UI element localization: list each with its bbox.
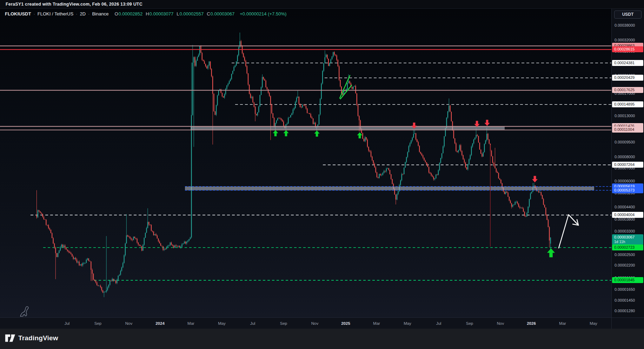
time-label: 2026 <box>527 318 536 329</box>
price-tick: 0.00002200 <box>615 263 635 268</box>
tradingview-logo-icon <box>5 334 15 343</box>
status-bar: FeraSY1 created with TradingView.com, Fe… <box>0 0 644 9</box>
price-tick: 0.00002500 <box>615 253 635 257</box>
supply-zone-011 <box>191 126 505 130</box>
demand-zone-0054 <box>185 187 594 190</box>
level-lines-solid <box>0 46 611 190</box>
chart-canvas[interactable] <box>0 9 611 317</box>
price-level-badge: 0.00024381 <box>612 60 643 66</box>
interval-label: 2D <box>80 11 86 16</box>
time-label: Sep <box>466 318 473 329</box>
price-level-badge: 0.00011004 <box>612 127 643 133</box>
brand-name: TradingView <box>18 334 58 342</box>
buy-signal-arrow <box>273 130 278 136</box>
exchange-label: Binance <box>92 11 108 16</box>
price-tick: 0.00004400 <box>615 205 635 209</box>
footer-bar: TradingView <box>0 329 644 349</box>
time-axis[interactable]: JulSepNov2024MarMayJulSepNov2025MarMayJu… <box>0 317 644 329</box>
price-level-badge: 0.00001845 <box>612 277 643 283</box>
price-tick: 0.00009500 <box>615 140 635 145</box>
time-label: May <box>404 318 411 329</box>
price-axis[interactable]: USDT 0.000380000.000320000.000280000.000… <box>611 9 644 317</box>
separator: · <box>88 11 89 16</box>
sell-signal-arrow <box>484 120 490 126</box>
time-label: May <box>218 318 226 329</box>
price-level-badge: 0.00028615 <box>612 46 643 52</box>
price-tick: 0.00006000 <box>615 179 635 183</box>
axis-corner <box>611 318 644 329</box>
buy-signal-arrow <box>547 248 555 257</box>
sr-zones <box>185 126 594 190</box>
tradingview-logo[interactable]: TradingView <box>5 334 58 343</box>
price-tick: 0.00008000 <box>615 155 635 159</box>
dino-watermark-icon <box>20 307 28 316</box>
time-label: Sep <box>280 318 287 329</box>
candlesticks <box>36 33 551 297</box>
currency-toggle-button[interactable]: USDT <box>614 11 642 19</box>
time-label: Jul <box>436 318 441 329</box>
price-tick: 0.00001650 <box>615 287 635 292</box>
sell-signal-arrow <box>532 176 538 182</box>
time-label: May <box>590 318 597 329</box>
price-tick: 0.00003800 <box>615 217 635 222</box>
separator: · <box>76 11 77 16</box>
time-label: Sep <box>94 318 101 329</box>
time-label: 2025 <box>341 318 350 329</box>
chart-pane[interactable]: FLOKIUSDT · FLOKI / TetherUS · 2D · Bina… <box>0 9 611 317</box>
symbol-name: FLOKIUSDT <box>5 11 31 16</box>
time-label: Mar <box>373 318 380 329</box>
price-tick: 0.00038000 <box>615 23 635 28</box>
price-tick: 0.00013000 <box>615 114 635 118</box>
buy-signal-arrow <box>283 130 288 136</box>
buy-signal-arrow <box>314 130 319 137</box>
symbol-legend: FLOKIUSDT · FLOKI / TetherUS · 2D · Bina… <box>5 11 286 16</box>
price-tick: 0.00003300 <box>615 229 635 234</box>
tradingview-window: FeraSY1 created with TradingView.com, Fe… <box>0 0 644 349</box>
price-level-badge: 0.00020429 <box>612 75 643 81</box>
price-level-badge: 0.00002723 <box>612 244 643 250</box>
projection-arrow <box>559 215 578 248</box>
price-level-badge: 0.00005373 <box>612 187 643 193</box>
ohlc-item: L0.00002557 <box>177 11 204 16</box>
price-level-badge: 0.000030671d 11h <box>612 234 643 245</box>
symbol-description: FLOKI / TetherUS <box>38 11 73 16</box>
time-label: Nov <box>497 318 504 329</box>
price-level-badge: 0.00007264 <box>612 162 643 168</box>
time-label: Jul <box>65 318 70 329</box>
ohlc-item: H0.00003077 <box>146 11 173 16</box>
separator: · <box>33 11 35 16</box>
time-label: Nov <box>311 318 318 329</box>
change-value: +0.00000214 (+7.50%) <box>240 11 286 16</box>
ohlc-item: C0.00003067 <box>207 11 234 16</box>
price-tick: 0.00032000 <box>615 38 635 42</box>
time-label: Jul <box>250 318 255 329</box>
price-level-badge: 0.00004004 <box>612 212 643 218</box>
ohlc-values: O0.00002852H0.00003077L0.00002557C0.0000… <box>114 11 234 16</box>
time-label: Mar <box>187 318 194 329</box>
page-title: FeraSY1 created with TradingView.com, Fe… <box>6 2 142 7</box>
time-label: Nov <box>125 318 132 329</box>
ohlc-item: O0.00002852 <box>114 11 142 16</box>
price-level-badge: 0.00017625 <box>612 87 643 93</box>
time-label: Mar <box>559 318 566 329</box>
price-tick: 0.00001450 <box>615 298 635 303</box>
price-tick: 0.00001280 <box>615 309 635 313</box>
price-level-badge: 0.00014895 <box>612 101 643 107</box>
time-label: 2024 <box>155 318 165 329</box>
level-lines-dashed <box>31 63 611 281</box>
